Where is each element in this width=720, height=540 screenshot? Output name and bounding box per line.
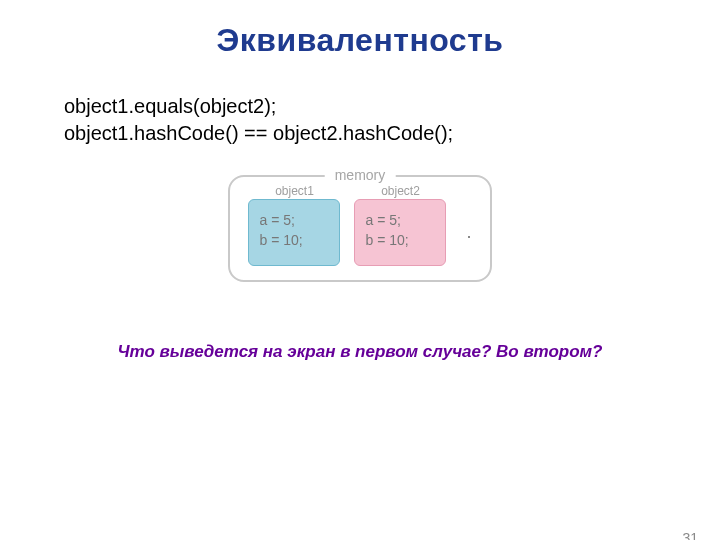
page-number: 31 (682, 530, 698, 540)
object1-field-b: b = 10; (259, 230, 329, 250)
question-text: Что выведется на экран в первом случае? … (0, 342, 720, 362)
object1-field-a: a = 5; (259, 210, 329, 230)
code-line-2: object1.hashCode() == object2.hashCode()… (64, 120, 720, 147)
memory-legend: memory (325, 167, 396, 183)
diagram-dot: . (466, 222, 471, 243)
object2-box: object2 a = 5; b = 10; (354, 199, 446, 266)
object2-label: object2 (381, 184, 420, 198)
slide: Эквивалентность object1.equals(object2);… (0, 22, 720, 540)
memory-diagram: memory object1 a = 5; b = 10; object2 a … (0, 175, 720, 282)
memory-box: memory object1 a = 5; b = 10; object2 a … (228, 175, 491, 282)
object1-label: object1 (275, 184, 314, 198)
page-title: Эквивалентность (0, 22, 720, 59)
code-line-1: object1.equals(object2); (64, 93, 720, 120)
object2-field-a: a = 5; (365, 210, 435, 230)
object2-field-b: b = 10; (365, 230, 435, 250)
code-block: object1.equals(object2); object1.hashCod… (64, 93, 720, 147)
object1-box: object1 a = 5; b = 10; (248, 199, 340, 266)
